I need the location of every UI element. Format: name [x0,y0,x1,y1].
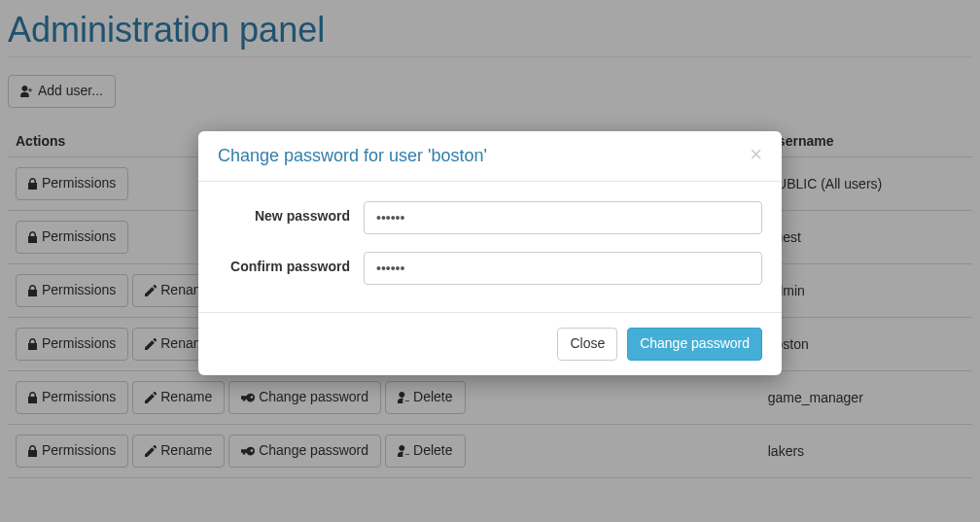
change-password-modal: Change password for user 'boston' × New … [198,131,782,375]
close-icon[interactable]: × [744,143,768,166]
close-button[interactable]: Close [557,328,617,361]
confirm-password-input[interactable] [364,252,762,285]
confirm-password-label: Confirm password [218,252,364,274]
change-password-submit-button[interactable]: Change password [627,328,762,361]
modal-title: Change password for user 'boston' [218,146,762,166]
new-password-label: New password [218,201,364,224]
new-password-input[interactable] [364,201,762,234]
